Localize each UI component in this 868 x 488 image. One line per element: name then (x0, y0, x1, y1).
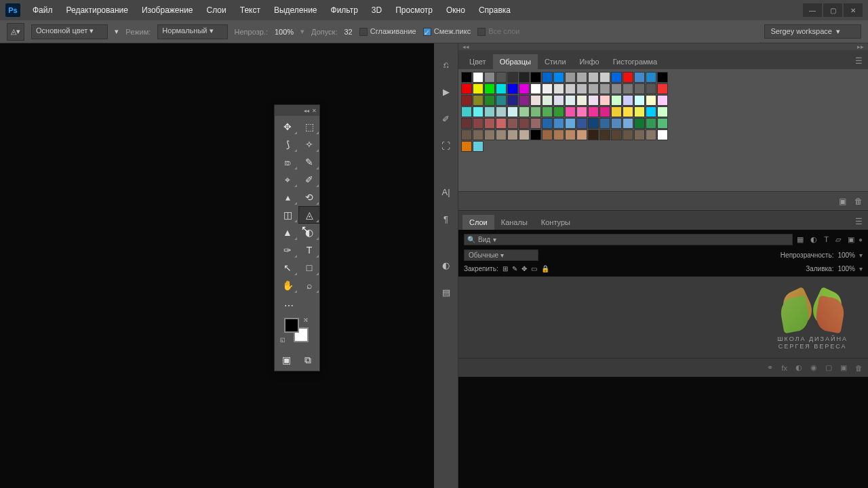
character-panel-icon[interactable]: A| (439, 184, 454, 199)
swatch[interactable] (461, 129, 472, 140)
swatch[interactable] (519, 72, 530, 83)
swatch[interactable] (599, 106, 610, 117)
swatch[interactable] (484, 129, 495, 140)
healing-tool[interactable]: ⌖ (277, 171, 298, 188)
swatch[interactable] (530, 95, 541, 106)
swatch[interactable] (519, 118, 530, 129)
menu-окно[interactable]: Окно (439, 3, 472, 18)
swatch[interactable] (657, 129, 668, 140)
lock-transparent-icon[interactable]: ⊞ (502, 265, 508, 272)
swatch[interactable] (588, 95, 599, 106)
swatch[interactable] (496, 118, 507, 129)
filter-adjust-icon[interactable]: ◐ (810, 235, 817, 244)
swatch[interactable] (634, 129, 645, 140)
move-tool[interactable]: ✥ (277, 119, 298, 135)
paragraph-panel-icon[interactable]: ¶ (439, 211, 454, 226)
swatch[interactable] (611, 95, 622, 106)
swatch[interactable] (507, 95, 518, 106)
swatch[interactable] (553, 106, 564, 117)
swatch[interactable] (576, 95, 587, 106)
swatch[interactable] (542, 72, 553, 83)
swatch[interactable] (461, 95, 472, 106)
swatch[interactable] (530, 106, 541, 117)
swatch[interactable] (542, 83, 553, 94)
swatch[interactable] (473, 141, 484, 152)
swatch[interactable] (657, 106, 668, 117)
swatch[interactable] (657, 95, 668, 106)
swatch[interactable] (496, 83, 507, 94)
swatch[interactable] (634, 106, 645, 117)
swap-colors-icon[interactable]: ⤭ (303, 317, 309, 323)
brushes-panel-icon[interactable]: ✐ (439, 111, 454, 126)
tab-цвет[interactable]: Цвет (462, 54, 493, 69)
menu-справка[interactable]: Справка (472, 3, 517, 18)
tools-header[interactable]: ◂◂✕ (275, 105, 319, 116)
swatch[interactable] (484, 106, 495, 117)
swatch[interactable] (473, 118, 484, 129)
swatch[interactable] (473, 95, 484, 106)
close-button[interactable]: ✕ (844, 3, 863, 17)
swatch[interactable] (634, 95, 645, 106)
foreground-color[interactable] (284, 318, 299, 333)
tab-гистограмма[interactable]: Гистограмма (606, 54, 665, 69)
swatch[interactable] (519, 129, 530, 140)
properties-panel-icon[interactable]: ⛶ (439, 138, 454, 153)
tab-стили[interactable]: Стили (538, 54, 573, 69)
swatch[interactable] (473, 83, 484, 94)
collapse-right-icon[interactable]: ▸▸ (857, 43, 864, 50)
bucket-icon[interactable]: ◬▾ (7, 23, 24, 41)
swatch[interactable] (646, 118, 656, 129)
quick-select-tool[interactable]: ✧ (299, 136, 319, 152)
workspace-select[interactable]: Sergey workspace ▾ (764, 24, 861, 39)
swatch[interactable] (623, 118, 633, 129)
quickmask-button[interactable]: ▣ (277, 352, 296, 368)
swatch[interactable] (611, 106, 622, 117)
swatch[interactable] (588, 118, 599, 129)
swatch[interactable] (611, 129, 622, 140)
swatch[interactable] (623, 95, 633, 106)
swatch[interactable] (623, 83, 633, 94)
swatch[interactable] (623, 106, 633, 117)
layer-fill-value[interactable]: 100% (837, 265, 855, 272)
swatch[interactable] (530, 83, 541, 94)
panel-menu-icon[interactable]: ☰ (850, 53, 868, 69)
swatch[interactable] (461, 106, 472, 117)
lock-position-icon[interactable]: ✥ (521, 265, 527, 272)
crop-tool[interactable]: ⎄ (277, 154, 298, 170)
filter-toggle-icon[interactable]: ● (859, 236, 863, 243)
swatch[interactable] (599, 83, 610, 94)
menu-3d[interactable]: 3D (365, 3, 389, 18)
zoom-tool[interactable]: ⌕ (299, 277, 319, 293)
maximize-button[interactable]: ▢ (823, 3, 842, 17)
swatch[interactable] (484, 118, 495, 129)
tab-образцы[interactable]: Образцы (493, 54, 538, 69)
swatch[interactable] (588, 129, 599, 140)
swatch[interactable] (530, 129, 541, 140)
swatch[interactable] (646, 72, 656, 83)
layer-filter-select[interactable]: 🔍 Вид ▾ (464, 234, 793, 245)
swatch[interactable] (496, 95, 507, 106)
edit-toolbar-button[interactable]: ⋯ (279, 298, 299, 314)
swatch[interactable] (507, 72, 518, 83)
styles-panel-icon[interactable]: ▤ (439, 285, 454, 300)
tab-каналы[interactable]: Каналы (494, 215, 534, 230)
delete-layer-icon[interactable]: 🗑 (855, 364, 863, 372)
menu-просмотр[interactable]: Просмотр (389, 3, 439, 18)
swatch[interactable] (588, 106, 599, 117)
filter-smart-icon[interactable]: ▣ (848, 235, 854, 244)
swatch[interactable] (553, 129, 564, 140)
tolerance-value[interactable]: 32 (344, 28, 353, 36)
swatch[interactable] (576, 106, 587, 117)
swatch[interactable] (565, 95, 576, 106)
menu-фильтр[interactable]: Фильтр (324, 3, 365, 18)
screenmode-button[interactable]: ⧉ (298, 352, 317, 368)
layers-list[interactable]: ШКОЛА ДИЗАЙНАСЕРГЕЯ ВЕРЕСА (458, 277, 868, 358)
lasso-tool[interactable]: ⟆ (277, 136, 298, 152)
delete-swatch-icon[interactable]: 🗑 (854, 197, 863, 206)
swatch[interactable] (507, 106, 518, 117)
lock-all-icon[interactable]: 🔒 (541, 265, 549, 272)
filter-type-icon[interactable]: T (824, 235, 829, 244)
swatch[interactable] (565, 72, 576, 83)
swatch[interactable] (599, 129, 610, 140)
adjustment-layer-icon[interactable]: ◉ (810, 363, 817, 372)
